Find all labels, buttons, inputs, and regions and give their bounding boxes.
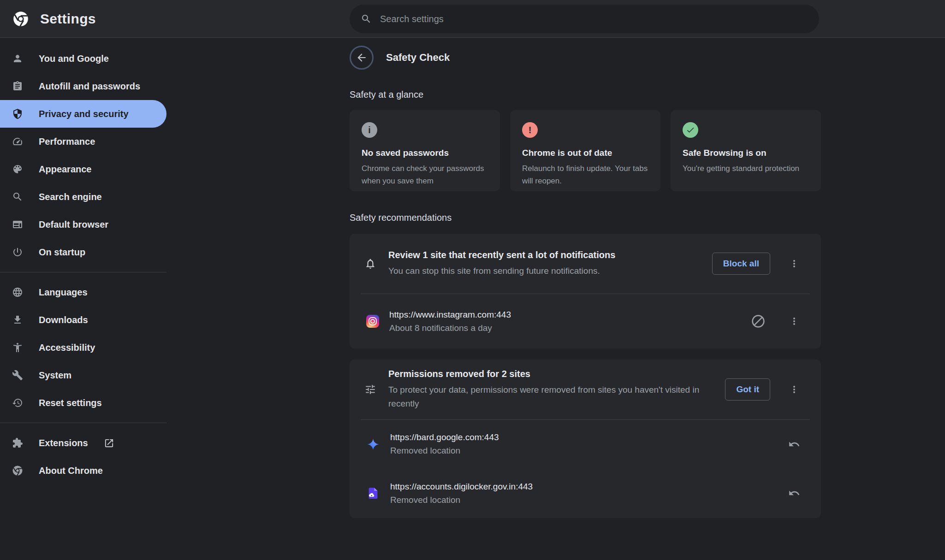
glance-card-description: You're getting standard protection — [683, 162, 809, 175]
undo-button[interactable] — [785, 435, 803, 454]
sidebar-item-default-browser[interactable]: Default browser — [0, 211, 166, 238]
notifications-review-card: Review 1 site that recently sent a lot o… — [350, 234, 821, 348]
sidebar-item-privacy-and-security[interactable]: Privacy and security — [0, 100, 166, 128]
bard-sparkle-icon — [366, 437, 380, 451]
sidebar-item-label: Privacy and security — [39, 109, 129, 119]
sidebar-item-label: On startup — [39, 247, 85, 258]
sidebar-item-label: Downloads — [39, 315, 88, 325]
person-icon — [12, 53, 23, 64]
block-all-button[interactable]: Block all — [712, 253, 770, 275]
main-content: Safety Check Safety at a glance i No sav… — [350, 38, 821, 518]
sidebar-item-search-engine[interactable]: Search engine — [0, 183, 166, 211]
got-it-button[interactable]: Got it — [725, 378, 770, 401]
sidebar-item-label: Accessibility — [39, 342, 95, 353]
glance-card-description: Chrome can check your passwords when you… — [362, 162, 488, 187]
sidebar-item-autofill[interactable]: Autofill and passwords — [0, 72, 166, 100]
glance-card-passwords[interactable]: i No saved passwords Chrome can check yo… — [350, 110, 500, 191]
open-in-new-icon — [104, 438, 114, 448]
site-url: https://bard.google.com:443 — [390, 432, 771, 442]
sidebar-item-reset-settings[interactable]: Reset settings — [0, 389, 166, 417]
puzzle-icon — [12, 437, 23, 448]
brand: Settings — [12, 0, 96, 38]
chrome-logo-icon — [12, 465, 23, 476]
search-icon — [12, 191, 23, 202]
glance-card-title: No saved passwords — [362, 148, 488, 158]
more-menu-button[interactable] — [785, 254, 803, 273]
site-detail: About 8 notifications a day — [389, 323, 735, 333]
sidebar-item-label: Search engine — [39, 192, 102, 202]
check-icon — [683, 122, 698, 138]
sidebar-item-about-chrome[interactable]: About Chrome — [0, 457, 166, 484]
sidebar-item-accessibility[interactable]: Accessibility — [0, 334, 166, 361]
clipboard-icon — [12, 81, 23, 92]
site-row-instagram: https://www.instagram.com:443 About 8 no… — [350, 294, 821, 348]
site-text: https://bard.google.com:443 Removed loca… — [390, 432, 771, 456]
recommendations-heading: Safety recommendations — [350, 212, 821, 223]
palette-icon — [12, 164, 23, 175]
sidebar-item-you-and-google[interactable]: You and Google — [0, 45, 166, 72]
recommendation-description: To protect your data, permissions were r… — [388, 383, 711, 411]
undo-icon — [788, 438, 800, 450]
site-url: https://accounts.digilocker.gov.in:443 — [390, 482, 771, 492]
notifications-review-text: Review 1 site that recently sent a lot o… — [388, 250, 698, 278]
sidebar-item-extensions[interactable]: Extensions — [0, 429, 166, 457]
sidebar-divider — [0, 272, 166, 272]
more-menu-button[interactable] — [785, 380, 803, 399]
back-button[interactable] — [350, 46, 374, 70]
kebab-icon — [789, 258, 800, 269]
sidebar-item-appearance[interactable]: Appearance — [0, 155, 166, 183]
site-detail: Removed location — [390, 495, 771, 505]
recommendation-title: Review 1 site that recently sent a lot o… — [388, 250, 698, 260]
kebab-icon — [789, 316, 800, 327]
sidebar-item-label: You and Google — [39, 53, 109, 64]
header-bar: Settings — [0, 0, 945, 38]
site-text: https://www.instagram.com:443 About 8 no… — [389, 310, 735, 333]
sidebar-item-label: Languages — [39, 287, 88, 298]
undo-icon — [788, 487, 800, 499]
globe-icon — [12, 287, 23, 298]
undo-button[interactable] — [785, 484, 803, 502]
error-icon: ! — [522, 122, 538, 138]
sidebar: You and Google Autofill and passwords Pr… — [0, 38, 166, 484]
search-input[interactable] — [380, 14, 808, 24]
notifications-review-row: Review 1 site that recently sent a lot o… — [350, 234, 821, 294]
info-icon: i — [362, 122, 377, 138]
sidebar-item-on-startup[interactable]: On startup — [0, 238, 166, 266]
sidebar-item-label: Reset settings — [39, 398, 102, 408]
sidebar-item-label: Autofill and passwords — [39, 81, 140, 92]
site-text: https://accounts.digilocker.gov.in:443 R… — [390, 482, 771, 505]
browser-window-icon — [12, 219, 23, 230]
kebab-icon — [789, 384, 800, 395]
sidebar-item-label: About Chrome — [39, 466, 103, 476]
site-detail: Removed location — [390, 446, 771, 456]
glance-card-title: Chrome is out of date — [522, 148, 648, 158]
block-site-button[interactable] — [749, 312, 767, 330]
power-icon — [12, 247, 23, 258]
permissions-removed-row: Permissions removed for 2 sites To prote… — [350, 360, 821, 419]
glance-row: i No saved passwords Chrome can check yo… — [350, 110, 821, 191]
permissions-removed-text: Permissions removed for 2 sites To prote… — [388, 369, 711, 411]
accessibility-icon — [12, 342, 23, 353]
sidebar-item-label: Extensions — [39, 438, 88, 448]
download-icon — [12, 314, 23, 325]
sidebar-item-label: Performance — [39, 136, 95, 147]
glance-card-updates[interactable]: ! Chrome is out of date Relaunch to fini… — [510, 110, 660, 191]
glance-card-safe-browsing[interactable]: Safe Browsing is on You're getting stand… — [671, 110, 821, 191]
search-settings-bar[interactable] — [350, 5, 819, 33]
sidebar-item-performance[interactable]: Performance — [0, 128, 166, 155]
sidebar-item-downloads[interactable]: Downloads — [0, 306, 166, 334]
block-icon — [750, 313, 767, 330]
glance-card-title: Safe Browsing is on — [683, 148, 809, 158]
glance-card-description: Relaunch to finish update. Your tabs wil… — [522, 162, 648, 187]
digilocker-document-icon — [366, 486, 380, 500]
sidebar-item-system[interactable]: System — [0, 361, 166, 389]
bell-icon — [364, 258, 376, 270]
more-menu-button[interactable] — [785, 312, 803, 330]
wrench-icon — [12, 370, 23, 381]
sidebar-item-label: Default browser — [39, 219, 108, 230]
tune-icon — [364, 383, 376, 395]
app-title: Settings — [40, 11, 96, 27]
speedometer-icon — [12, 136, 23, 147]
site-url: https://www.instagram.com:443 — [389, 310, 735, 320]
sidebar-item-languages[interactable]: Languages — [0, 278, 166, 306]
